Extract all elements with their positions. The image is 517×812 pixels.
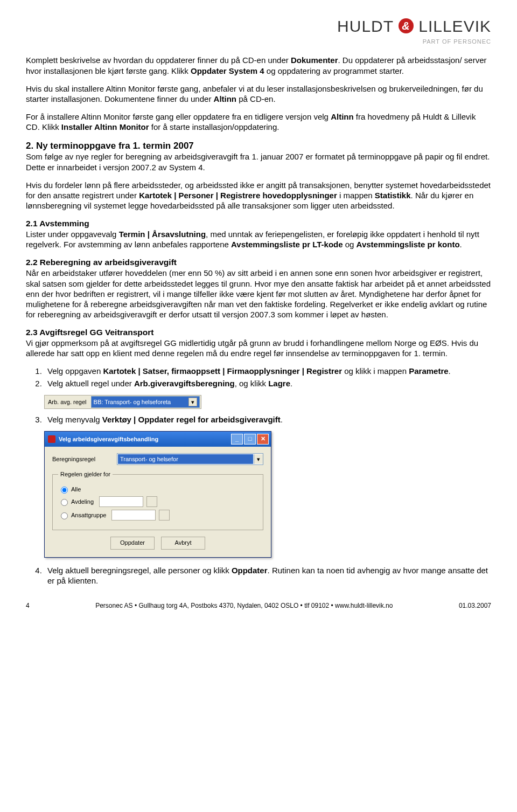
logo-right: LILLEVIK	[418, 17, 491, 35]
beregningsregel-combo[interactable]: Transport- og helsefor ▾	[117, 453, 263, 465]
avdeling-input[interactable]	[99, 496, 143, 507]
oppdater-button[interactable]: Oppdater	[110, 537, 155, 550]
dialog-titlebar[interactable]: Velg arbeidsgiveravgiftsbehandling _ □ ✕	[45, 432, 271, 447]
page-footer: 4 Personec AS • Gullhaug torg 4A, Postbo…	[26, 602, 491, 610]
ansattgruppe-lookup-button[interactable]	[159, 510, 170, 520]
para-2: Hvis du skal installere Altinn Monitor f…	[26, 84, 491, 104]
step-list-c: Velg aktuell beregningsregel, alle perso…	[44, 565, 491, 586]
radio-alle[interactable]	[61, 487, 68, 494]
logo-amp-icon: &	[399, 18, 414, 33]
app-icon	[48, 435, 55, 443]
step-4: Velg aktuell beregningsregel, alle perso…	[44, 565, 491, 586]
arb-avg-regel-dropdown[interactable]: Arb. avg. regel BB: Transport- og helsef…	[44, 395, 201, 409]
radio-ansattgruppe[interactable]	[61, 512, 68, 519]
para-8: Vi gjør oppmerksom på at avgiftsregel GG…	[26, 338, 478, 358]
step-3: Velg menyvalg Verktøy | Oppdater regel f…	[44, 414, 491, 425]
para-6: Lister under oppgavevalg Termin | Årsavs…	[26, 230, 479, 249]
maximize-icon[interactable]: □	[244, 434, 256, 445]
avdeling-lookup-button[interactable]	[146, 496, 157, 507]
logo-main: HULDT & LILLEVIK	[26, 16, 491, 37]
chevron-down-icon[interactable]: ▾	[188, 398, 197, 406]
dropdown-value: BB: Transport- og helseforeta	[94, 398, 171, 406]
logo-block: HULDT & LILLEVIK PART OF PERSONEC	[26, 16, 491, 45]
para-4: Som følge av nye regler for beregning av…	[26, 152, 490, 171]
dropdown-selected[interactable]: BB: Transport- og helseforeta ▾	[91, 396, 200, 408]
group-legend: Regelen gjelder for	[58, 470, 113, 478]
heading-2-1: 2.1 Avstemming	[26, 219, 89, 228]
heading-2: 2. Ny terminoppgave fra 1. termin 2007	[26, 141, 194, 151]
step-list-b: Velg menyvalg Verktøy | Oppdater regel f…	[44, 414, 491, 425]
page-number: 4	[26, 602, 30, 610]
beregningsregel-label: Beregningsregel	[52, 455, 117, 463]
dialog-velg-arbeidsgiveravgift: Velg arbeidsgiveravgiftsbehandling _ □ ✕…	[44, 431, 271, 558]
radio-alle-label: Alle	[71, 485, 81, 493]
step-1: Velg oppgaven Kartotek | Satser, firmaop…	[44, 366, 491, 376]
regelen-gjelder-for-group: Regelen gjelder for Alle Avdeling Ansatt…	[52, 470, 263, 530]
heading-2-2: 2.2 Reberegning av arbeidsgiveravgift	[26, 258, 177, 267]
para-7: Når en arbeidstaker utfører hoveddelen (…	[26, 268, 491, 319]
logo-sub: PART OF PERSONEC	[26, 38, 491, 45]
dialog-title: Velg arbeidsgiveravgiftsbehandling	[59, 435, 158, 443]
minimize-icon[interactable]: _	[231, 434, 243, 445]
heading-2-3: 2.3 Avgiftsregel GG Veitransport	[26, 328, 153, 337]
footer-date: 01.03.2007	[459, 602, 491, 610]
para-1: Komplett beskrivelse av hvordan du oppda…	[26, 55, 491, 75]
radio-avdeling-label: Avdeling	[71, 498, 94, 505]
ansattgruppe-input[interactable]	[111, 510, 156, 520]
para-3: For å installere Altinn Monitor første g…	[26, 112, 491, 132]
radio-ansattgruppe-label: Ansattgruppe	[71, 511, 106, 519]
footer-center: Personec AS • Gullhaug torg 4A, Postboks…	[30, 602, 459, 610]
combo-value: Transport- og helsefor	[118, 454, 253, 464]
step-2: Velg aktuell regel under Arb.giveravgift…	[44, 378, 491, 388]
close-icon[interactable]: ✕	[257, 434, 269, 445]
chevron-down-icon[interactable]: ▾	[254, 454, 263, 464]
radio-avdeling[interactable]	[61, 499, 68, 506]
dropdown-label: Arb. avg. regel	[45, 398, 90, 406]
para-5: Hvis du fordeler lønn på flere arbeidsst…	[26, 180, 491, 211]
step-list-a: Velg oppgaven Kartotek | Satser, firmaop…	[44, 366, 491, 388]
logo-left: HULDT	[337, 17, 393, 35]
avbryt-button[interactable]: Avbryt	[161, 537, 205, 550]
